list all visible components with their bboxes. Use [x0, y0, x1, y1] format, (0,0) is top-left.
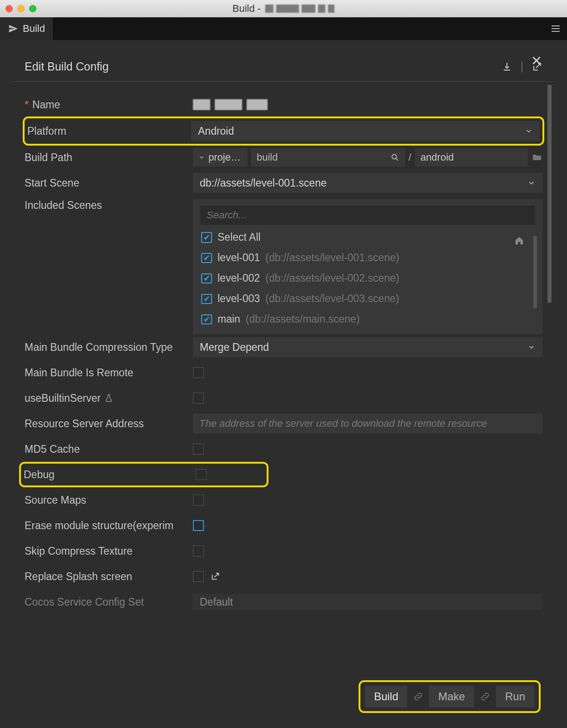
checkbox-skipcompress[interactable] [193, 546, 204, 556]
cocos-value: Default [200, 596, 233, 608]
row-build-path: Build Path proje… build / andro [25, 145, 542, 170]
row-cocos: Cocos Service Config Set Default [25, 589, 542, 615]
label-skipcompress: Skip Compress Texture [25, 545, 193, 557]
included-scenes-box: Search... ✔ Select All ✔ level-001 (db:/… [193, 199, 542, 334]
label-builtin-text: useBuiltinServer [25, 392, 101, 404]
close-icon [531, 55, 542, 66]
panel-close-button[interactable] [531, 55, 542, 66]
checkbox-debug[interactable] [196, 469, 207, 480]
scenes-scrollbar[interactable] [533, 236, 537, 308]
panel-body: * Name Platform Android [12, 82, 555, 677]
scene-search-input[interactable]: Search... [200, 206, 535, 225]
name-value [193, 99, 542, 110]
checkbox-scene[interactable]: ✔ [201, 314, 212, 324]
search-icon[interactable] [390, 153, 400, 162]
chevron-down-icon [525, 127, 533, 135]
row-compression: Main Bundle Compression Type Merge Depen… [25, 334, 542, 360]
make-button-label: Make [438, 690, 465, 703]
window-zoom-button[interactable] [29, 5, 36, 12]
scene-item[interactable]: ✔ main (db://assets/main.scene) [200, 311, 535, 327]
scene-path: (db://assets/level-003.scene) [265, 293, 399, 305]
path-slash: / [409, 152, 411, 163]
make-button[interactable]: Make [429, 686, 474, 708]
scene-item[interactable]: ✔ level-003 (db://assets/level-003.scene… [200, 291, 535, 307]
build-button-label: Build [374, 690, 398, 703]
window-close-button[interactable] [5, 5, 13, 12]
row-sourcemaps: Source Maps [25, 487, 542, 513]
separator [521, 61, 522, 72]
scene-search-placeholder: Search... [207, 209, 247, 221]
platform-select[interactable]: Android [191, 121, 540, 141]
build-path-root-text: proje… [208, 152, 241, 163]
build-path-root-select[interactable]: proje… [193, 148, 248, 167]
row-platform: Platform Android [27, 121, 540, 141]
run-button[interactable]: Run [496, 686, 534, 708]
window-minimize-button[interactable] [17, 5, 25, 12]
label-build-path: Build Path [25, 152, 193, 164]
name-redacted [193, 99, 268, 110]
build-path-suffix[interactable]: android [415, 148, 528, 167]
chevron-down-icon [527, 343, 536, 351]
resaddr-placeholder: The address of the server used to downlo… [199, 418, 487, 430]
checkbox-scene[interactable]: ✔ [201, 273, 212, 283]
label-compression: Main Bundle Compression Type [25, 341, 193, 354]
tab-build[interactable]: Build [0, 17, 54, 40]
scene-path: (db://assets/main.scene) [246, 313, 360, 325]
label-cocos: Cocos Service Config Set [25, 596, 193, 608]
scrollbar-thumb[interactable] [547, 85, 552, 303]
checkbox-remote[interactable] [193, 367, 204, 378]
paper-plane-icon [8, 24, 18, 34]
row-builtin: useBuiltinServer [25, 385, 542, 411]
compression-select[interactable]: Merge Depend [193, 337, 542, 357]
home-icon[interactable] [514, 236, 524, 246]
scene-item[interactable]: ✔ level-002 (db://assets/level-002.scene… [200, 270, 535, 286]
link-icon[interactable] [414, 692, 423, 701]
resaddr-input[interactable]: The address of the server used to downlo… [193, 414, 542, 434]
panel-header: Edit Build Config [12, 50, 555, 82]
checkbox-select-all[interactable]: ✔ [201, 232, 212, 243]
label-remote: Main Bundle Is Remote [25, 367, 193, 379]
scene-item[interactable]: ✔ level-001 (db://assets/level-001.scene… [200, 250, 535, 266]
scene-name: main [218, 313, 240, 325]
link-icon[interactable] [481, 692, 490, 701]
menu-button[interactable] [544, 17, 567, 40]
scene-select-all[interactable]: ✔ Select All [200, 229, 535, 245]
panel-footer: Build Make Run [12, 677, 555, 716]
chevron-down-icon [527, 179, 536, 187]
folder-icon [532, 152, 542, 163]
build-config-panel: Edit Build Config * Name [12, 50, 555, 716]
row-resaddr: Resource Server Address The address of t… [25, 411, 542, 436]
build-path-group: proje… build / android [193, 148, 542, 167]
edit-splash-button[interactable] [210, 571, 220, 581]
row-md5: MD5 Cache [25, 436, 542, 462]
row-erase: Erase module structure(experim [25, 513, 542, 538]
browse-folder-button[interactable] [532, 152, 542, 163]
window-title: Build - [233, 3, 334, 15]
import-icon[interactable] [501, 61, 512, 72]
label-included-scenes: Included Scenes [25, 199, 193, 212]
svg-point-0 [392, 154, 396, 159]
checkbox-scene[interactable]: ✔ [201, 253, 212, 263]
checkbox-scene[interactable]: ✔ [201, 294, 212, 304]
build-button[interactable]: Build [365, 686, 407, 708]
window-titlebar: Build - [0, 0, 567, 17]
checkbox-md5[interactable] [193, 444, 204, 455]
scene-name: level-003 [218, 293, 260, 305]
scene-name: level-001 [218, 252, 260, 264]
row-included-scenes: Included Scenes Search... ✔ Select All ✔… [25, 196, 542, 334]
label-builtin: useBuiltinServer [25, 392, 193, 404]
row-debug: Debug [24, 464, 264, 485]
tab-build-label: Build [23, 23, 45, 35]
cocos-select[interactable]: Default [193, 594, 542, 610]
build-path-input[interactable]: build [251, 148, 405, 167]
window-traffic-lights [5, 5, 36, 12]
row-start-scene: Start Scene db://assets/level-001.scene [25, 170, 542, 196]
checkbox-sourcemaps[interactable] [193, 495, 204, 506]
checkbox-splash[interactable] [193, 571, 204, 582]
required-asterisk: * [25, 99, 29, 111]
checkbox-builtin[interactable] [193, 393, 204, 404]
checkbox-erase[interactable] [193, 520, 204, 531]
label-splash: Replace Splash screen [25, 571, 193, 583]
start-scene-select[interactable]: db://assets/level-001.scene [193, 173, 542, 193]
window-title-text: Build - [233, 3, 261, 15]
